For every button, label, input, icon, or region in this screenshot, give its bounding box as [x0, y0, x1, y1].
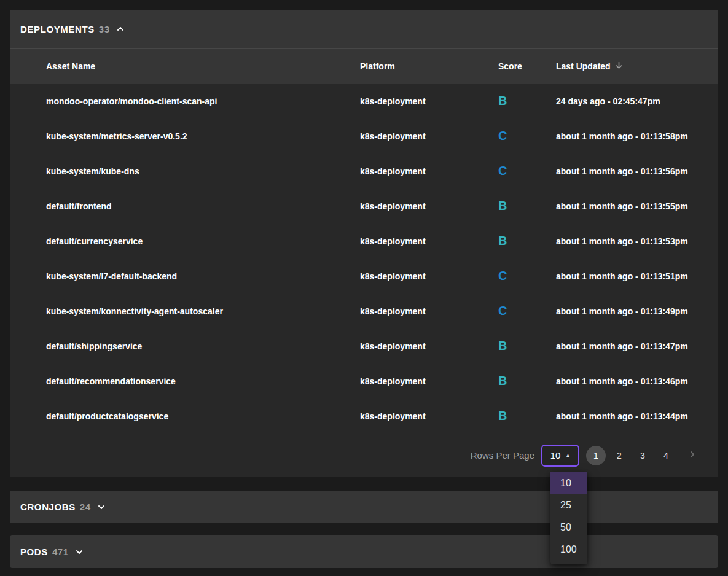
page-buttons: 1234 — [586, 446, 676, 465]
last-updated: about 1 month ago - 01:13:47pm — [556, 341, 718, 351]
chevron-down-icon — [75, 548, 84, 556]
platform: k8s-deployment — [360, 201, 498, 211]
platform: k8s-deployment — [360, 96, 498, 106]
table-row[interactable]: default/productcatalogservice k8s-deploy… — [10, 399, 718, 434]
rows-per-page-option-10[interactable]: 10 — [550, 472, 587, 494]
asset-name: default/shippingservice — [10, 341, 360, 351]
platform: k8s-deployment — [360, 411, 498, 421]
column-header-last-updated-label: Last Updated — [556, 61, 611, 71]
column-header-score: Score — [498, 61, 556, 71]
chevron-up-icon — [116, 25, 125, 33]
table-body: mondoo-operator/mondoo-client-scan-api k… — [10, 84, 718, 434]
rows-per-page-option-100[interactable]: 100 — [550, 539, 587, 561]
last-updated: about 1 month ago - 01:13:53pm — [556, 236, 718, 246]
table-row[interactable]: kube-system/konnectivity-agent-autoscale… — [10, 294, 718, 329]
table-header-row: Asset Name Platform Score Last Updated — [10, 48, 718, 84]
deployments-section-header[interactable]: DEPLOYMENTS 33 — [10, 10, 718, 48]
asset-name: mondoo-operator/mondoo-client-scan-api — [10, 96, 360, 106]
asset-name: default/productcatalogservice — [10, 411, 360, 421]
page-button-1[interactable]: 1 — [586, 446, 606, 465]
page-button-2[interactable]: 2 — [609, 446, 629, 465]
last-updated: about 1 month ago - 01:13:51pm — [556, 271, 718, 281]
asset-name: default/currencyservice — [10, 236, 360, 246]
table-row[interactable]: kube-system/kube-dns k8s-deployment C ab… — [10, 154, 718, 189]
asset-name: default/recommendationservice — [10, 376, 360, 386]
score-grade: C — [498, 129, 556, 143]
rows-per-page-value: 10 — [550, 450, 561, 461]
rows-per-page-option-50[interactable]: 50 — [550, 516, 587, 539]
pods-section-header[interactable]: PODS 471 — [10, 535, 718, 568]
column-header-platform: Platform — [360, 61, 498, 71]
score-grade: B — [498, 339, 556, 353]
table-row[interactable]: default/currencyservice k8s-deployment B… — [10, 224, 718, 259]
platform: k8s-deployment — [360, 341, 498, 351]
chevron-right-icon — [688, 450, 697, 461]
deployments-section-title: DEPLOYMENTS — [20, 24, 95, 34]
rows-per-page-option-25[interactable]: 25 — [550, 494, 587, 516]
last-updated: about 1 month ago - 01:13:44pm — [556, 411, 718, 421]
last-updated: 24 days ago - 02:45:47pm — [556, 96, 718, 106]
cronjobs-count: 24 — [80, 502, 91, 512]
last-updated: about 1 month ago - 01:13:55pm — [556, 201, 718, 211]
table-row[interactable]: default/recommendationservice k8s-deploy… — [10, 364, 718, 399]
asset-inventory-page: DEPLOYMENTS 33 Asset Name Platform Score… — [0, 0, 728, 576]
cronjobs-section-header[interactable]: CRONJOBS 24 — [10, 491, 718, 523]
rows-per-page-menu: 102550100 — [550, 472, 587, 564]
score-grade: C — [498, 304, 556, 318]
last-updated: about 1 month ago - 01:13:46pm — [556, 376, 718, 386]
pods-section-title: PODS — [20, 547, 48, 557]
chevron-down-icon — [97, 503, 106, 512]
column-header-asset-name: Asset Name — [10, 61, 360, 71]
score-grade: C — [498, 269, 556, 283]
asset-name: kube-system/kube-dns — [10, 166, 360, 176]
platform: k8s-deployment — [360, 236, 498, 246]
last-updated: about 1 month ago - 01:13:58pm — [556, 131, 718, 141]
table-row[interactable]: default/frontend k8s-deployment B about … — [10, 189, 718, 224]
rows-per-page-select[interactable]: 10 ▲ — [541, 445, 579, 467]
last-updated: about 1 month ago - 01:13:56pm — [556, 166, 718, 176]
table-row[interactable]: kube-system/l7-default-backend k8s-deplo… — [10, 259, 718, 294]
asset-name: default/frontend — [10, 201, 360, 211]
triangle-up-icon: ▲ — [565, 453, 570, 458]
asset-name: kube-system/metrics-server-v0.5.2 — [10, 131, 360, 141]
asset-name: kube-system/l7-default-backend — [10, 271, 360, 281]
score-grade: B — [498, 234, 556, 248]
page-button-4[interactable]: 4 — [656, 446, 676, 465]
score-grade: C — [498, 164, 556, 178]
platform: k8s-deployment — [360, 376, 498, 386]
score-grade: B — [498, 374, 556, 388]
last-updated: about 1 month ago - 01:13:49pm — [556, 306, 718, 316]
asset-name: kube-system/konnectivity-agent-autoscale… — [10, 306, 360, 316]
deployments-section: DEPLOYMENTS 33 Asset Name Platform Score… — [10, 10, 718, 477]
table-row[interactable]: mondoo-operator/mondoo-client-scan-api k… — [10, 84, 718, 119]
next-page-button[interactable] — [683, 446, 702, 465]
score-grade: B — [498, 199, 556, 213]
platform: k8s-deployment — [360, 306, 498, 316]
page-button-3[interactable]: 3 — [633, 446, 652, 465]
cronjobs-section-title: CRONJOBS — [20, 502, 76, 512]
score-grade: B — [498, 94, 556, 108]
table-row[interactable]: default/shippingservice k8s-deployment B… — [10, 329, 718, 364]
deployments-count: 33 — [99, 24, 110, 34]
platform: k8s-deployment — [360, 166, 498, 176]
pagination-bar: Rows Per Page 10 ▲ 1234 — [10, 434, 718, 477]
column-header-last-updated[interactable]: Last Updated — [556, 61, 718, 72]
pods-count: 471 — [52, 547, 69, 557]
sort-arrow-down-icon — [614, 61, 624, 72]
score-grade: B — [498, 409, 556, 423]
table-row[interactable]: kube-system/metrics-server-v0.5.2 k8s-de… — [10, 119, 718, 154]
rows-per-page-label: Rows Per Page — [471, 450, 534, 461]
platform: k8s-deployment — [360, 131, 498, 141]
platform: k8s-deployment — [360, 271, 498, 281]
